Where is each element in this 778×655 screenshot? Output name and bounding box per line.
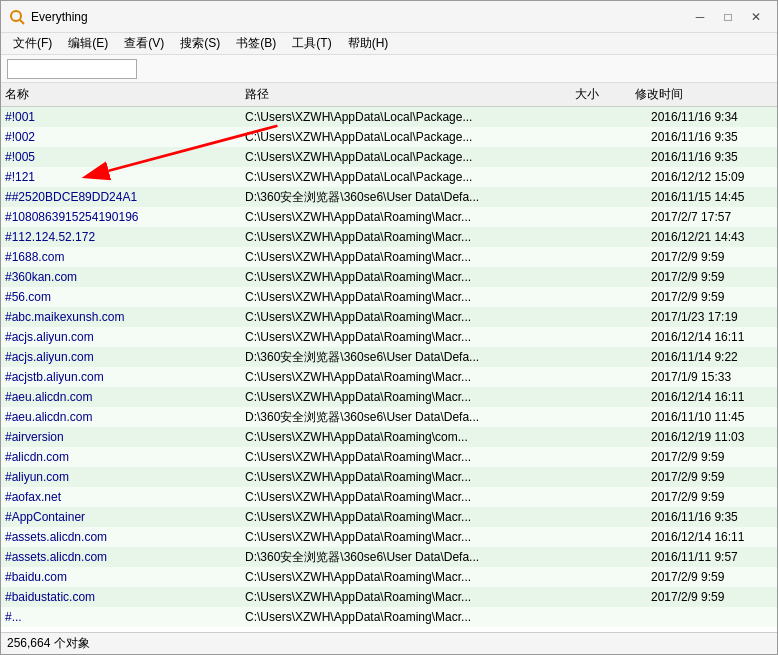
cell-modified: 2016/12/12 15:09 xyxy=(647,170,777,184)
cell-modified: 2016/12/14 16:11 xyxy=(647,330,777,344)
cell-name: #baidu.com xyxy=(1,570,241,584)
cell-path: C:\Users\XZWH\AppData\Roaming\Macr... xyxy=(241,570,587,584)
table-row[interactable]: #alicdn.comC:\Users\XZWH\AppData\Roaming… xyxy=(1,447,777,467)
cell-path: C:\Users\XZWH\AppData\Roaming\Macr... xyxy=(241,250,587,264)
cell-name: #10808639152541901​96 xyxy=(1,210,241,224)
cell-modified: 2016/11/16 9:34 xyxy=(647,110,777,124)
table-row[interactable]: #AppContainerC:\Users\XZWH\AppData\Roami… xyxy=(1,507,777,527)
menu-item-help[interactable]: 帮助(H) xyxy=(340,34,397,54)
table-row[interactable]: #!001C:\Users\XZWH\AppData\Local\Package… xyxy=(1,107,777,127)
table-row[interactable]: #10808639152541901​96C:\Users\XZWH\AppDa… xyxy=(1,207,777,227)
cell-modified: 2016/12/14 16:11 xyxy=(647,530,777,544)
status-bar: 256,664 个对象 xyxy=(1,632,777,654)
cell-modified: 2016/11/16 9:35 xyxy=(647,150,777,164)
cell-modified: 2016/11/15 14:45 xyxy=(647,190,777,204)
cell-path: C:\Users\XZWH\AppData\Roaming\Macr... xyxy=(241,390,587,404)
cell-path: C:\Users\XZWH\AppData\Roaming\Macr... xyxy=(241,290,587,304)
table-row[interactable]: #aliyun.comC:\Users\XZWH\AppData\Roaming… xyxy=(1,467,777,487)
table-row[interactable]: #baidustatic.comC:\Users\XZWH\AppData\Ro… xyxy=(1,587,777,607)
file-list[interactable]: #!001C:\Users\XZWH\AppData\Local\Package… xyxy=(1,107,777,632)
table-area: #!001C:\Users\XZWH\AppData\Local\Package… xyxy=(1,107,777,632)
table-row[interactable]: #aeu.alicdn.comD:\360安全浏览器\360se6\User D… xyxy=(1,407,777,427)
search-input[interactable] xyxy=(7,59,137,79)
minimize-button[interactable]: ─ xyxy=(687,7,713,27)
cell-path: C:\Users\XZWH\AppData\Local\Package... xyxy=(241,130,587,144)
table-row[interactable]: #...C:\Users\XZWH\AppData\Roaming\Macr..… xyxy=(1,607,777,627)
table-row[interactable]: #aofax.netC:\Users\XZWH\AppData\Roaming\… xyxy=(1,487,777,507)
cell-modified: 2017/2/9 9:59 xyxy=(647,490,777,504)
col-header-path[interactable]: 路径 xyxy=(241,86,571,103)
table-row[interactable]: #acjs.aliyun.comC:\Users\XZWH\AppData\Ro… xyxy=(1,327,777,347)
cell-name: #AppContainer xyxy=(1,510,241,524)
cell-path: C:\Users\XZWH\AppData\Local\Package... xyxy=(241,110,587,124)
table-row[interactable]: #airversionC:\Users\XZWH\AppData\Roaming… xyxy=(1,427,777,447)
window-title: Everything xyxy=(31,10,687,24)
cell-name: #assets.alicdn.com xyxy=(1,530,241,544)
menu-item-tools[interactable]: 工具(T) xyxy=(284,34,339,54)
col-header-name[interactable]: 名称 xyxy=(1,86,241,103)
cell-name: #assets.alicdn.com xyxy=(1,550,241,564)
cell-path: C:\Users\XZWH\AppData\Roaming\Macr... xyxy=(241,450,587,464)
cell-modified: 2017/2/9 9:59 xyxy=(647,590,777,604)
table-row[interactable]: #!005C:\Users\XZWH\AppData\Local\Package… xyxy=(1,147,777,167)
cell-name: #360kan.com xyxy=(1,270,241,284)
table-row[interactable]: #112.124.52.172C:\Users\XZWH\AppData\Roa… xyxy=(1,227,777,247)
table-row[interactable]: ##2520BDCE89DD24A1D:\360安全浏览器\360se6\Use… xyxy=(1,187,777,207)
cell-name: #alicdn.com xyxy=(1,450,241,464)
maximize-button[interactable]: □ xyxy=(715,7,741,27)
cell-path: C:\Users\XZWH\AppData\Roaming\Macr... xyxy=(241,210,587,224)
cell-name: #airversion xyxy=(1,430,241,444)
cell-modified: 2016/11/11 9:57 xyxy=(647,550,777,564)
cell-path: C:\Users\XZWH\AppData\Roaming\Macr... xyxy=(241,470,587,484)
cell-modified: 2017/2/9 9:59 xyxy=(647,250,777,264)
table-row[interactable]: #abc.maikexunsh.comC:\Users\XZWH\AppData… xyxy=(1,307,777,327)
table-row[interactable]: #!121C:\Users\XZWH\AppData\Local\Package… xyxy=(1,167,777,187)
cell-path: C:\Users\XZWH\AppData\Roaming\Macr... xyxy=(241,330,587,344)
cell-path: D:\360安全浏览器\360se6\User Data\Defa... xyxy=(241,409,587,426)
menu-item-search[interactable]: 搜索(S) xyxy=(172,34,228,54)
col-header-size[interactable]: 大小 xyxy=(571,86,631,103)
cell-modified: 2017/1/9 15:33 xyxy=(647,370,777,384)
cell-modified: 2017/2/9 9:59 xyxy=(647,450,777,464)
table-row[interactable]: #360kan.comC:\Users\XZWH\AppData\Roaming… xyxy=(1,267,777,287)
table-row[interactable]: #acjs.aliyun.comD:\360安全浏览器\360se6\User … xyxy=(1,347,777,367)
cell-modified: 2017/1/23 17:19 xyxy=(647,310,777,324)
menu-item-bookmark[interactable]: 书签(B) xyxy=(228,34,284,54)
title-bar: Everything ─ □ ✕ xyxy=(1,1,777,33)
table-row[interactable]: #acjstb.aliyun.comC:\Users\XZWH\AppData\… xyxy=(1,367,777,387)
col-header-modified[interactable]: 修改时间 xyxy=(631,86,761,103)
cell-modified: 2016/12/19 11:03 xyxy=(647,430,777,444)
cell-name: #aliyun.com xyxy=(1,470,241,484)
cell-path: C:\Users\XZWH\AppData\Roaming\Macr... xyxy=(241,310,587,324)
table-row[interactable]: #!002C:\Users\XZWH\AppData\Local\Package… xyxy=(1,127,777,147)
close-button[interactable]: ✕ xyxy=(743,7,769,27)
cell-path: C:\Users\XZWH\AppData\Roaming\Macr... xyxy=(241,490,587,504)
menu-bar: 文件(F)编辑(E)查看(V)搜索(S)书签(B)工具(T)帮助(H) xyxy=(1,33,777,55)
cell-modified: 2016/11/16 9:35 xyxy=(647,510,777,524)
table-row[interactable]: #56.comC:\Users\XZWH\AppData\Roaming\Mac… xyxy=(1,287,777,307)
cell-modified: 2016/11/16 9:35 xyxy=(647,130,777,144)
cell-path: C:\Users\XZWH\AppData\Roaming\Macr... xyxy=(241,590,587,604)
search-bar xyxy=(1,55,777,83)
table-row[interactable]: #1688.comC:\Users\XZWH\AppData\Roaming\M… xyxy=(1,247,777,267)
menu-item-view[interactable]: 查看(V) xyxy=(116,34,172,54)
main-window: Everything ─ □ ✕ 文件(F)编辑(E)查看(V)搜索(S)书签(… xyxy=(0,0,778,655)
cell-path: C:\Users\XZWH\AppData\Roaming\Macr... xyxy=(241,610,587,624)
table-row[interactable]: #assets.alicdn.comD:\360安全浏览器\360se6\Use… xyxy=(1,547,777,567)
cell-name: ##2520BDCE89DD24A1 xyxy=(1,190,241,204)
table-row[interactable]: #baidu.comC:\Users\XZWH\AppData\Roaming\… xyxy=(1,567,777,587)
cell-modified: 2017/2/9 9:59 xyxy=(647,270,777,284)
table-row[interactable]: #assets.alicdn.comC:\Users\XZWH\AppData\… xyxy=(1,527,777,547)
table-row[interactable]: #aeu.alicdn.comC:\Users\XZWH\AppData\Roa… xyxy=(1,387,777,407)
cell-name: #aeu.alicdn.com xyxy=(1,390,241,404)
cell-name: #acjs.aliyun.com xyxy=(1,350,241,364)
cell-path: C:\Users\XZWH\AppData\Roaming\Macr... xyxy=(241,530,587,544)
cell-path: D:\360安全浏览器\360se6\User Data\Defa... xyxy=(241,189,587,206)
cell-name: #aofax.net xyxy=(1,490,241,504)
cell-modified: 2016/11/14 9:22 xyxy=(647,350,777,364)
cell-name: #!005 xyxy=(1,150,241,164)
menu-item-file[interactable]: 文件(F) xyxy=(5,34,60,54)
svg-line-1 xyxy=(20,20,24,24)
cell-path: D:\360安全浏览器\360se6\User Data\Defa... xyxy=(241,349,587,366)
menu-item-edit[interactable]: 编辑(E) xyxy=(60,34,116,54)
